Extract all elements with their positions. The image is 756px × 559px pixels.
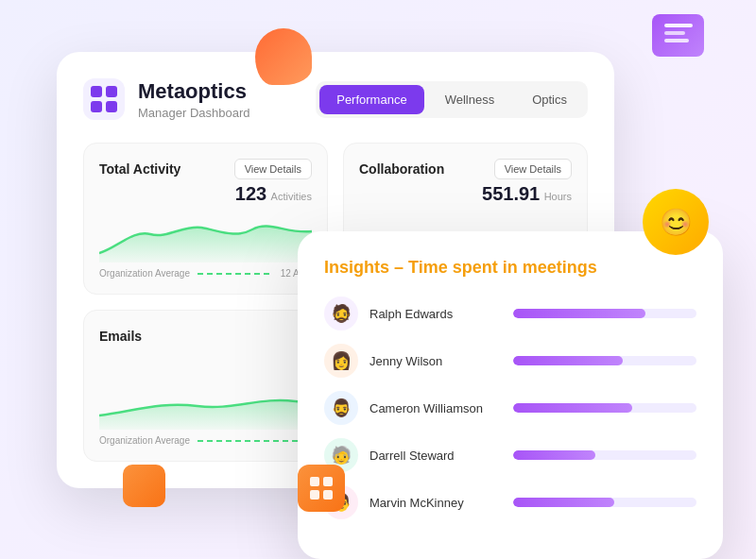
- svg-rect-2: [664, 39, 689, 42]
- logo-grid-item: [106, 101, 117, 112]
- bar-track: [513, 309, 696, 318]
- bar-fill: [513, 450, 595, 460]
- insights-title: Insights – Time spent in meetings: [324, 258, 696, 278]
- total-activity-chart: [99, 211, 312, 263]
- decorative-blob-bottom2: [298, 465, 345, 512]
- brand-info: Metaoptics Manager Dashboard: [138, 79, 250, 120]
- decorative-blob-purple: [652, 14, 704, 57]
- tab-performance[interactable]: Performance: [319, 85, 423, 114]
- total-activity-org-avg: Organization Average 12 Ac...: [99, 268, 312, 279]
- svg-rect-5: [310, 490, 319, 500]
- avatar: 🧔‍♂️: [324, 391, 358, 425]
- collaboration-view-details[interactable]: View Details: [494, 159, 572, 179]
- svg-rect-3: [310, 477, 319, 486]
- svg-rect-1: [664, 31, 685, 35]
- tab-group: Performance Wellness Optics: [316, 81, 588, 118]
- collaboration-unit: Hours: [544, 191, 572, 202]
- insights-card: Insights – Time spent in meetings 🧔 Ralp…: [298, 231, 723, 559]
- person-name: Cameron Williamson: [369, 401, 502, 415]
- person-name: Jenny Wilson: [369, 354, 502, 368]
- person-name: Ralph Edwards: [369, 307, 502, 321]
- person-row: 🧔‍♂️ Cameron Williamson: [324, 391, 696, 425]
- person-row: 👩 Jenny Wilson: [324, 344, 696, 378]
- dashboard-header: Metaoptics Manager Dashboard Performance…: [83, 78, 588, 120]
- avatar: 🧔: [324, 296, 358, 330]
- total-activity-title: Total Activity: [99, 161, 180, 177]
- total-activity-header: Total Activity View Details: [99, 159, 312, 179]
- logo-grid-item: [91, 101, 102, 112]
- bar-track: [513, 498, 696, 507]
- total-activity-unit: Activities: [271, 191, 312, 202]
- total-activity-view-details[interactable]: View Details: [234, 159, 312, 179]
- bar-fill: [513, 403, 632, 413]
- total-activity-card: Total Activity View Details 123 Activiti…: [83, 143, 328, 295]
- people-list: 🧔 Ralph Edwards 👩 Jenny Wilson 🧔‍♂️ Came…: [324, 296, 696, 519]
- logo-icon: [83, 78, 125, 120]
- bar-track: [513, 356, 696, 365]
- tab-optics[interactable]: Optics: [515, 85, 584, 114]
- emails-title: Emails: [99, 329, 142, 344]
- person-name: Marvin McKinney: [369, 496, 502, 510]
- svg-rect-6: [323, 490, 333, 500]
- logo-grid-item: [91, 86, 102, 97]
- collaboration-value: 551.91: [482, 183, 540, 204]
- brand-subtitle: Manager Dashboard: [138, 106, 250, 120]
- decorative-blob-orange: [255, 28, 312, 85]
- brand-name: Metaoptics: [138, 79, 250, 104]
- bar-track: [513, 450, 696, 460]
- decorative-blob-yellow: 😊: [643, 189, 709, 255]
- person-row: 👨 Marvin McKinney: [324, 485, 696, 519]
- svg-rect-4: [323, 477, 333, 486]
- decorative-blob-bottom1: [123, 465, 165, 507]
- avatar: 👩: [324, 344, 358, 378]
- total-activity-value: 123: [235, 183, 266, 204]
- tab-wellness[interactable]: Wellness: [428, 85, 512, 114]
- bar-fill: [513, 498, 614, 507]
- logo-area: Metaoptics Manager Dashboard: [83, 78, 250, 120]
- person-name: Darrell Steward: [369, 449, 502, 463]
- collaboration-title: Collaboration: [359, 161, 444, 177]
- svg-rect-0: [664, 24, 693, 27]
- bar-fill: [513, 356, 623, 365]
- collaboration-header: Collaboration View Details: [359, 159, 572, 179]
- bar-fill: [513, 309, 645, 318]
- bar-track: [513, 403, 696, 413]
- person-row: 🧔 Ralph Edwards: [324, 296, 696, 330]
- logo-grid-item: [106, 86, 117, 97]
- person-row: 🧓 Darrell Steward: [324, 438, 696, 472]
